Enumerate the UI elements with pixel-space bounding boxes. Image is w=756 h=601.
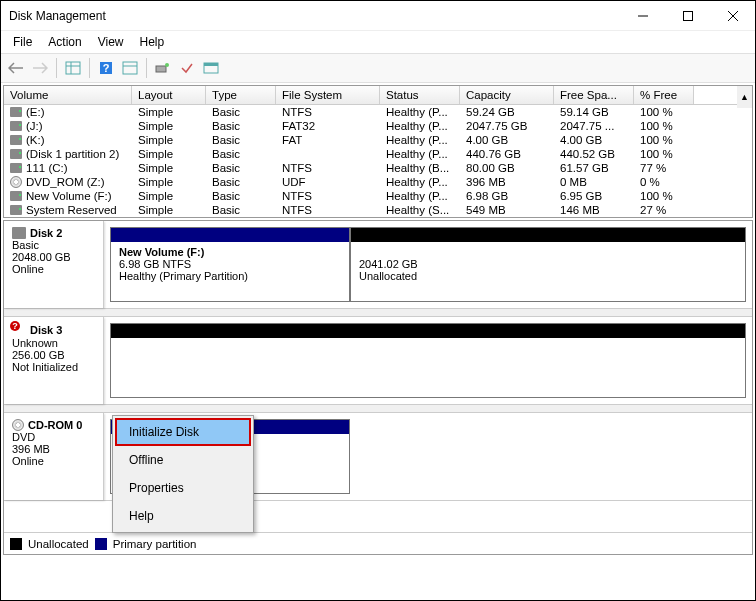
menu-offline[interactable]: Offline xyxy=(115,446,251,474)
col-status[interactable]: Status xyxy=(380,86,460,104)
volume-type: Basic xyxy=(206,147,276,161)
volume-fs: NTFS xyxy=(276,161,380,175)
legend-label-unallocated: Unallocated xyxy=(28,538,89,550)
context-menu: Initialize Disk Offline Properties Help xyxy=(112,415,254,533)
volume-capacity: 396 MB xyxy=(460,175,554,189)
drive-icon xyxy=(10,135,22,145)
disk-row-disk3[interactable]: Disk 3 Unknown 256.00 GB Not Initialized xyxy=(4,317,752,405)
volume-name: (E:) xyxy=(26,106,45,118)
partition-new-volume[interactable]: New Volume (F:) 6.98 GB NTFS Healthy (Pr… xyxy=(110,227,350,302)
dvd-icon xyxy=(10,176,22,188)
menu-file[interactable]: File xyxy=(5,33,40,51)
disk-icon xyxy=(12,227,26,239)
volume-free: 4.00 GB xyxy=(554,133,634,147)
legend-swatch-primary xyxy=(95,538,107,550)
disk-name: Disk 3 xyxy=(30,324,62,336)
volume-name: New Volume (F:) xyxy=(26,190,112,202)
volume-layout: Simple xyxy=(132,105,206,119)
volume-row[interactable]: DVD_ROM (Z:)SimpleBasicUDFHealthy (P...3… xyxy=(4,175,752,189)
panel-icon[interactable] xyxy=(200,57,222,79)
volume-capacity: 4.00 GB xyxy=(460,133,554,147)
volume-row[interactable]: New Volume (F:)SimpleBasicNTFSHealthy (P… xyxy=(4,189,752,203)
view-list-icon[interactable] xyxy=(62,57,84,79)
toolbar: ? xyxy=(1,53,755,83)
col-volume[interactable]: Volume xyxy=(4,86,132,104)
menu-view[interactable]: View xyxy=(90,33,132,51)
volume-status: Healthy (P... xyxy=(380,189,460,203)
disk-label-disk2: Disk 2 Basic 2048.00 GB Online xyxy=(4,221,104,308)
volume-capacity: 6.98 GB xyxy=(460,189,554,203)
disk-type: Basic xyxy=(12,239,95,251)
disk-status: Online xyxy=(12,263,95,275)
partition-unallocated[interactable]: 2041.02 GB Unallocated xyxy=(350,227,746,302)
refresh-icon[interactable] xyxy=(152,57,174,79)
volume-type: Basic xyxy=(206,161,276,175)
help-icon[interactable]: ? xyxy=(95,57,117,79)
volume-row[interactable]: System ReservedSimpleBasicNTFSHealthy (S… xyxy=(4,203,752,217)
col-filesystem[interactable]: File System xyxy=(276,86,380,104)
disk-label-disk3: Disk 3 Unknown 256.00 GB Not Initialized xyxy=(4,317,104,404)
partition-name: New Volume (F:) xyxy=(119,246,341,258)
volume-list: Volume Layout Type File System Status Ca… xyxy=(3,85,753,218)
legend-swatch-unallocated xyxy=(10,538,22,550)
volume-pct: 27 % xyxy=(634,203,694,217)
minimize-button[interactable] xyxy=(620,1,665,31)
menu-initialize-disk[interactable]: Initialize Disk xyxy=(115,418,251,446)
volume-type: Basic xyxy=(206,105,276,119)
volume-fs xyxy=(276,147,380,161)
legend: Unallocated Primary partition xyxy=(4,532,752,554)
volume-fs: NTFS xyxy=(276,189,380,203)
menu-properties[interactable]: Properties xyxy=(115,474,251,502)
volume-type: Basic xyxy=(206,203,276,217)
volume-list-header: Volume Layout Type File System Status Ca… xyxy=(4,86,752,105)
col-pctfree[interactable]: % Free xyxy=(634,86,694,104)
volume-row[interactable]: (E:)SimpleBasicNTFSHealthy (P...59.24 GB… xyxy=(4,105,752,119)
volume-status: Healthy (P... xyxy=(380,133,460,147)
volume-status: Healthy (B... xyxy=(380,161,460,175)
drive-icon xyxy=(10,149,22,159)
volume-free: 2047.75 ... xyxy=(554,119,634,133)
volume-type: Basic xyxy=(206,175,276,189)
drive-icon xyxy=(10,163,22,173)
volume-layout: Simple xyxy=(132,189,206,203)
disk-name: Disk 2 xyxy=(30,227,62,239)
scroll-up-icon[interactable]: ▲ xyxy=(737,86,752,108)
forward-button[interactable] xyxy=(29,57,51,79)
disk-row-disk2[interactable]: Disk 2 Basic 2048.00 GB Online New Volum… xyxy=(4,221,752,309)
partition-status: Healthy (Primary Partition) xyxy=(119,270,341,282)
volume-layout: Simple xyxy=(132,161,206,175)
partition-uninitialized[interactable] xyxy=(110,323,746,398)
menu-help[interactable]: Help xyxy=(115,502,251,530)
settings-icon[interactable] xyxy=(119,57,141,79)
disk-label-cdrom: CD-ROM 0 DVD 396 MB Online xyxy=(4,413,104,500)
disk-size: 2048.00 GB xyxy=(12,251,95,263)
titlebar: Disk Management xyxy=(1,1,755,31)
volume-capacity: 59.24 GB xyxy=(460,105,554,119)
volume-free: 59.14 GB xyxy=(554,105,634,119)
volume-layout: Simple xyxy=(132,147,206,161)
volume-row[interactable]: 111 (C:)SimpleBasicNTFSHealthy (B...80.0… xyxy=(4,161,752,175)
volume-row[interactable]: (Disk 1 partition 2)SimpleBasicHealthy (… xyxy=(4,147,752,161)
volume-layout: Simple xyxy=(132,119,206,133)
maximize-button[interactable] xyxy=(665,1,710,31)
menu-help[interactable]: Help xyxy=(132,33,173,51)
volume-name: (Disk 1 partition 2) xyxy=(26,148,119,160)
volume-name: (J:) xyxy=(26,120,43,132)
dvd-icon xyxy=(12,419,24,431)
legend-label-primary: Primary partition xyxy=(113,538,197,550)
col-capacity[interactable]: Capacity xyxy=(460,86,554,104)
check-icon[interactable] xyxy=(176,57,198,79)
volume-fs: NTFS xyxy=(276,105,380,119)
volume-row[interactable]: (J:)SimpleBasicFAT32Healthy (P...2047.75… xyxy=(4,119,752,133)
back-button[interactable] xyxy=(5,57,27,79)
volume-layout: Simple xyxy=(132,203,206,217)
volume-list-body: (E:)SimpleBasicNTFSHealthy (P...59.24 GB… xyxy=(4,105,752,217)
volume-capacity: 80.00 GB xyxy=(460,161,554,175)
volume-row[interactable]: (K:)SimpleBasicFATHealthy (P...4.00 GB4.… xyxy=(4,133,752,147)
col-layout[interactable]: Layout xyxy=(132,86,206,104)
col-free[interactable]: Free Spa... xyxy=(554,86,634,104)
close-button[interactable] xyxy=(710,1,755,31)
col-type[interactable]: Type xyxy=(206,86,276,104)
menu-action[interactable]: Action xyxy=(40,33,89,51)
volume-pct: 0 % xyxy=(634,175,694,189)
